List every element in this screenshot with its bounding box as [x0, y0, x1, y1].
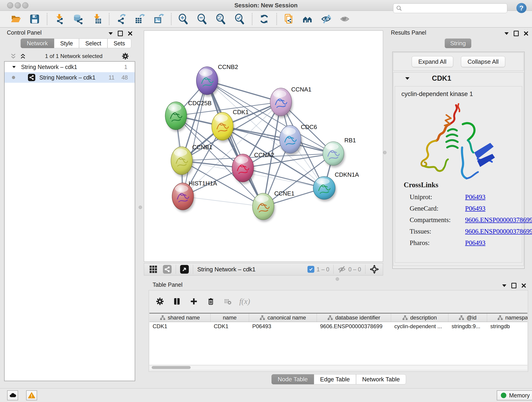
network-node-cdk1[interactable]: [212, 112, 234, 142]
horizontal-splitter-handle[interactable]: [336, 277, 339, 281]
zoom-fit-icon[interactable]: [214, 12, 228, 26]
column-header-description[interactable]: description: [391, 313, 448, 322]
table-settings-gear-icon[interactable]: [153, 295, 166, 307]
crosslink-link[interactable]: P06493: [465, 205, 486, 212]
network-node-ccna2[interactable]: [232, 154, 255, 184]
panel-menu-icon[interactable]: [502, 284, 506, 287]
zoom-selected-icon[interactable]: [233, 12, 246, 26]
hide-selected-icon[interactable]: [320, 12, 333, 26]
collapse-all-button[interactable]: Collapse All: [461, 56, 505, 67]
zoom-out-icon[interactable]: [196, 12, 209, 26]
cloud-status-button[interactable]: [7, 390, 18, 400]
panel-menu-icon[interactable]: [109, 32, 113, 35]
hidden-eye-icon[interactable]: [338, 265, 346, 274]
network-node-ccne1[interactable]: [253, 193, 275, 222]
network-node-ccnb2[interactable]: [196, 67, 219, 97]
column-header-database-identifier[interactable]: database identifier: [317, 313, 391, 322]
column-header-canonical-name[interactable]: canonical name: [249, 313, 317, 322]
network-tree-root[interactable]: String Network – cdk1 1: [5, 62, 135, 72]
left-splitter-handle[interactable]: [139, 206, 142, 209]
grid-view-icon[interactable]: [149, 265, 157, 274]
expand-all-button[interactable]: Expand All: [412, 56, 453, 67]
table-cell[interactable]: CDK1: [149, 323, 210, 330]
collapse-all-icon[interactable]: [10, 53, 17, 59]
tab-edge-table[interactable]: Edge Table: [314, 374, 356, 384]
fit-content-crosshair-icon[interactable]: [370, 264, 379, 274]
crosslink-link[interactable]: P06493: [465, 239, 486, 247]
function-builder-icon[interactable]: f(x): [238, 295, 251, 307]
right-splitter-handle[interactable]: [383, 151, 386, 154]
tab-node-table[interactable]: Node Table: [272, 374, 314, 384]
table-cell[interactable]: stringdb: [487, 323, 527, 330]
tab-network[interactable]: Network: [21, 38, 54, 48]
column-header--id[interactable]: @id: [448, 313, 487, 322]
network-node-ccna1[interactable]: [270, 88, 293, 118]
network-node-rb1[interactable]: [323, 142, 345, 167]
save-session-icon[interactable]: [28, 12, 41, 26]
add-column-icon[interactable]: [187, 295, 200, 307]
show-all-networks-icon[interactable]: [301, 12, 314, 26]
export-network-icon[interactable]: [114, 12, 128, 26]
table-cell[interactable]: P06493: [249, 323, 317, 330]
network-node-cdkn1a[interactable]: [313, 177, 336, 201]
network-node-ccnb1[interactable]: [171, 147, 194, 177]
show-selected-icon[interactable]: [338, 12, 352, 26]
show-columns-icon[interactable]: [171, 295, 183, 307]
crosslink-link[interactable]: P06493: [465, 193, 486, 201]
selected-checkbox-icon[interactable]: [307, 266, 314, 273]
import-network-database-icon[interactable]: [71, 12, 85, 26]
panel-float-icon[interactable]: [514, 31, 519, 36]
table-cell[interactable]: cyclin-dependent ...: [391, 323, 448, 330]
refresh-icon[interactable]: [258, 12, 271, 26]
scrollbar-thumb[interactable]: [152, 366, 191, 369]
protein-card-header[interactable]: CDK1: [393, 72, 524, 84]
network-node-cdc6[interactable]: [279, 125, 302, 155]
network-view-icon[interactable]: [163, 265, 172, 274]
birdseye-view-icon[interactable]: [180, 265, 189, 274]
delete-table-icon[interactable]: [221, 295, 234, 307]
tab-network-table[interactable]: Network Table: [356, 374, 406, 384]
column-header-shared-name[interactable]: shared name: [149, 313, 210, 322]
memory-button[interactable]: Memory: [497, 390, 532, 400]
panel-float-icon[interactable]: [118, 31, 123, 36]
panel-close-icon[interactable]: [524, 31, 528, 36]
search-input[interactable]: [404, 5, 507, 12]
import-network-file-icon[interactable]: [52, 12, 66, 26]
delete-column-trash-icon[interactable]: [204, 295, 217, 307]
table-row[interactable]: CDK1CDK1P064939606.ENSP00000378699cyclin…: [149, 322, 527, 331]
help-button[interactable]: ?: [516, 3, 526, 13]
network-edge[interactable]: [183, 196, 263, 206]
export-image-icon[interactable]: [152, 12, 165, 26]
network-options-gear-icon[interactable]: [121, 52, 129, 60]
open-session-icon[interactable]: [9, 12, 22, 26]
export-table-icon[interactable]: [133, 12, 147, 26]
panel-close-icon[interactable]: [128, 31, 133, 36]
crosslink-link[interactable]: 9606.ENSP00000378699: [465, 216, 532, 224]
tab-string[interactable]: String: [445, 38, 471, 48]
table-horizontal-scrollbar[interactable]: [149, 365, 527, 370]
panel-float-icon[interactable]: [511, 283, 516, 288]
tab-style[interactable]: Style: [54, 38, 79, 48]
network-node-hist1h1a[interactable]: [172, 183, 195, 212]
column-header-name[interactable]: name: [210, 313, 249, 322]
network-edge[interactable]: [243, 168, 324, 188]
table-cell[interactable]: CDK1: [210, 323, 249, 330]
warning-status-button[interactable]: [26, 390, 37, 400]
network-edge[interactable]: [207, 81, 263, 206]
import-table-file-icon[interactable]: [90, 12, 103, 26]
tree-collapse-icon[interactable]: [12, 66, 16, 68]
collapse-card-icon[interactable]: [405, 77, 409, 80]
expand-all-icon[interactable]: [20, 53, 26, 59]
network-edge[interactable]: [183, 81, 207, 196]
clone-network-icon[interactable]: [282, 12, 295, 26]
zoom-in-icon[interactable]: [177, 12, 190, 26]
panel-menu-icon[interactable]: [505, 32, 509, 35]
crosslink-link[interactable]: 9606.ENSP00000378699: [465, 228, 532, 235]
network-canvas[interactable]: CCNB2CCNA1CDC25BCDK1CDC6RB1CCNB1CCNA2CDK…: [144, 31, 383, 262]
tab-select[interactable]: Select: [79, 38, 107, 48]
panel-close-icon[interactable]: [521, 283, 526, 288]
table-cell[interactable]: 9606.ENSP00000378699: [317, 323, 391, 330]
tab-sets[interactable]: Sets: [108, 38, 131, 48]
column-header-namespace[interactable]: namespace: [487, 313, 527, 322]
table-cell[interactable]: stringdb:9...: [448, 323, 487, 330]
